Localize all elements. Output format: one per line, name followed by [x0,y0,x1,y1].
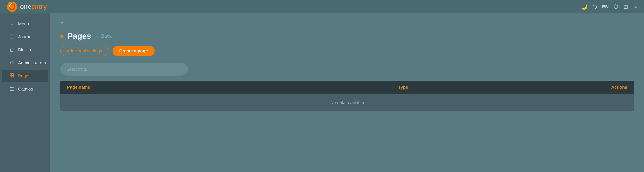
grid-icon[interactable]: ⊞ [624,4,628,10]
col-type: Type [291,85,515,90]
blocks-icon: ⊟ [9,47,15,53]
pages-table: Page name Type Actions No data available [60,81,634,111]
hamburger-button[interactable]: ≡ [60,20,634,26]
svg-rect-9 [12,74,14,75]
language-selector[interactable]: EN [602,4,609,10]
create-page-button[interactable]: Create a page [112,46,155,56]
logo-icon [7,1,18,12]
administrators-icon: ⚙ [9,60,15,66]
pages-icon [9,73,15,79]
svg-rect-8 [10,74,12,75]
search-container [60,63,634,76]
moon-icon[interactable]: 🌙 [581,4,588,10]
svg-rect-7 [10,35,10,38]
sidebar-item-administrators[interactable]: ⚙ Administrators [2,57,48,69]
page-status-dot [60,35,64,38]
sidebar-item-pages[interactable]: Pages [2,70,48,82]
logout-icon[interactable]: ⇥ [633,4,637,10]
svg-rect-11 [12,76,14,77]
sidebar-journal-label: Journal [18,34,32,40]
sidebar-menu-label: Menu [18,21,29,27]
back-arrow-icon: ← Back [95,34,112,39]
svg-rect-10 [10,76,12,77]
col-page-name: Page name [67,85,291,90]
sidebar-pages-label: Pages [18,73,30,79]
menu-icon: ≡ [9,21,15,27]
sidebar: ≡ Menu Journal ⊟ Blocks ⚙ Administrators [0,14,50,172]
clock-icon[interactable]: ⏱ [614,4,619,10]
additional-settings-button[interactable]: Additional settings [60,46,108,56]
top-bar: oneentry 🌙 ⬡ EN ⏱ ⊞ ⇥ [0,0,644,14]
logo-area: oneentry [7,1,47,12]
sidebar-item-menu[interactable]: ≡ Menu [2,18,48,30]
sidebar-administrators-label: Administrators [18,60,46,66]
page-title: Pages [68,31,91,41]
table-body: No data available [60,94,634,111]
search-input[interactable] [60,63,188,76]
main-layout: ≡ Menu Journal ⊟ Blocks ⚙ Administrators [0,14,644,172]
svg-point-2 [10,5,14,9]
logo-text: oneentry [20,3,47,10]
top-right-area: 🌙 ⬡ EN ⏱ ⊞ ⇥ [581,4,637,10]
back-button[interactable]: ← Back [95,34,112,39]
sidebar-blocks-label: Blocks [18,47,31,53]
action-row: Additional settings Create a page [60,46,634,56]
hexagon-icon[interactable]: ⬡ [592,4,597,10]
sidebar-item-catalog[interactable]: ☰ Catalog [2,83,48,95]
col-actions: Actions [515,85,627,90]
sidebar-catalog-label: Catalog [18,87,33,92]
page-header: Pages ← Back [60,31,634,41]
catalog-icon: ☰ [9,86,15,92]
sidebar-item-journal[interactable]: Journal [2,31,48,43]
main-content: ≡ Pages ← Back Additional settings Creat… [50,14,644,172]
journal-icon [9,34,15,40]
table-empty-message: No data available [60,94,634,111]
table-header: Page name Type Actions [60,81,634,94]
sidebar-item-blocks[interactable]: ⊟ Blocks [2,44,48,56]
